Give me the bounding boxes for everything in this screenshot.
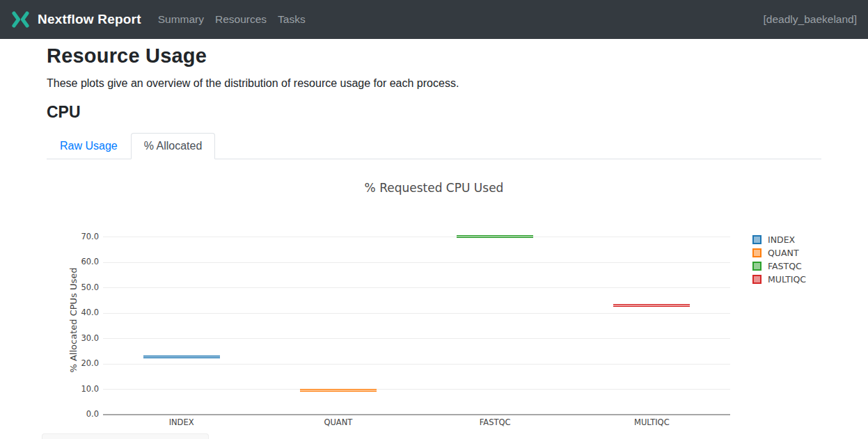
y-tick-label: 70.0 <box>63 232 99 241</box>
y-tick-label: 20.0 <box>63 358 99 368</box>
cpu-allocated-chart: % Requested CPU Used % Allocated CPUs Us… <box>0 159 868 434</box>
legend-item-index[interactable]: INDEX <box>752 234 795 245</box>
legend-label: FASTQC <box>768 261 802 271</box>
y-tick-label: 60.0 <box>63 257 99 266</box>
legend-label: MULTIQC <box>768 274 806 285</box>
brand: Nextflow Report <box>11 11 141 28</box>
y-tick-label: 40.0 <box>63 308 99 317</box>
y-gridline <box>103 364 730 365</box>
cpu-tabbar: Raw Usage % Allocated <box>47 130 821 159</box>
tab-raw-usage[interactable]: Raw Usage <box>47 133 131 159</box>
nextflow-report-page: Nextflow Report Summary Resources Tasks … <box>0 0 868 439</box>
y-gridline <box>103 237 730 237</box>
header-nav: Summary Resources Tasks <box>152 8 311 31</box>
y-tick-label: 0.0 <box>63 409 99 419</box>
legend-label: INDEX <box>768 234 795 245</box>
legend-item-multiqc[interactable]: MULTIQC <box>752 274 806 285</box>
cutoff-element-top <box>42 433 209 439</box>
box-trace-index <box>143 356 220 358</box>
index-swatch-icon <box>752 235 762 244</box>
x-tick-label: QUANT <box>290 417 387 427</box>
legend-item-quant[interactable]: QUANT <box>752 247 799 258</box>
page-title: Resource Usage <box>47 45 207 67</box>
chart-title: % Requested CPU Used <box>47 181 821 195</box>
y-gridline <box>103 287 730 288</box>
y-tick-label: 30.0 <box>63 333 99 343</box>
x-tick-label: FASTQC <box>446 417 544 427</box>
legend-label: QUANT <box>768 248 799 258</box>
brand-title: Nextflow Report <box>38 12 141 27</box>
multiqc-swatch-icon <box>752 275 762 284</box>
y-tick-label: 50.0 <box>63 282 99 292</box>
x-axis-zero-line <box>103 414 730 415</box>
box-trace-multiqc <box>613 304 690 307</box>
section-heading-cpu: CPU <box>47 103 81 122</box>
nextflow-logo-icon <box>11 11 30 28</box>
y-gridline <box>103 338 730 339</box>
fastqc-swatch-icon <box>752 262 762 271</box>
nav-item-resources[interactable]: Resources <box>210 8 272 31</box>
quant-swatch-icon <box>752 248 762 257</box>
box-trace-fastqc <box>457 235 533 238</box>
page-description: These plots give an overview of the dist… <box>47 77 459 90</box>
x-tick-label: MULTIQC <box>603 417 700 427</box>
tab-pct-allocated[interactable]: % Allocated <box>131 133 216 159</box>
nav-item-tasks[interactable]: Tasks <box>272 8 311 31</box>
box-trace-quant <box>300 389 377 392</box>
y-gridline <box>103 389 730 390</box>
y-gridline <box>103 313 730 314</box>
top-navbar: Nextflow Report Summary Resources Tasks … <box>0 0 868 39</box>
y-gridline <box>103 262 730 263</box>
legend-item-fastqc[interactable]: FASTQC <box>752 260 802 271</box>
run-name: [deadly_baekeland] <box>764 13 857 26</box>
y-tick-label: 10.0 <box>63 384 99 394</box>
nav-item-summary[interactable]: Summary <box>152 8 210 31</box>
x-tick-label: INDEX <box>133 417 230 427</box>
